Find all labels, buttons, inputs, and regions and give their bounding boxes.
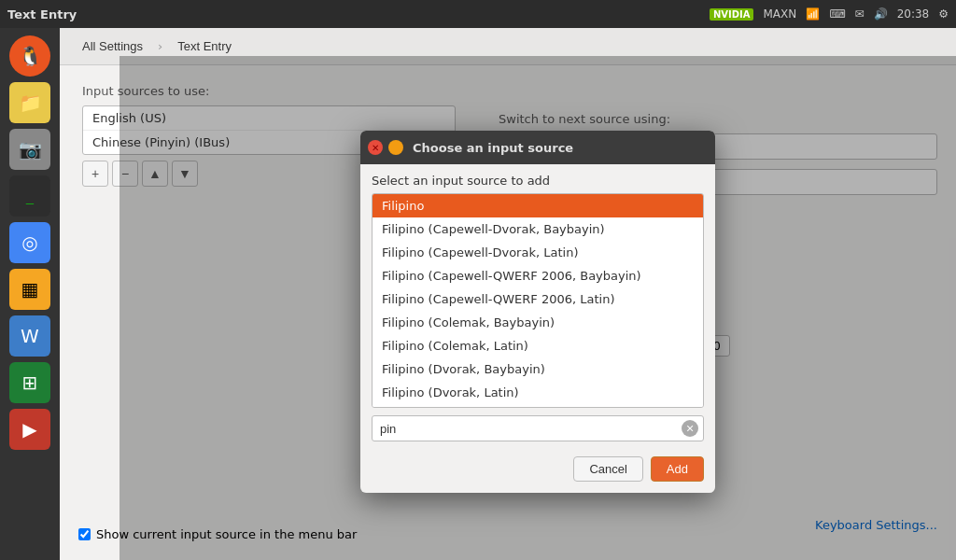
- add-source-btn[interactable]: +: [82, 161, 108, 187]
- cancel-button[interactable]: Cancel: [573, 456, 642, 482]
- list-item-1[interactable]: Filipino (Capewell-Dvorak, Baybayin): [373, 217, 703, 241]
- choose-input-dialog: ✕ Choose an input source Select an input…: [360, 131, 715, 493]
- dialog-close-btn[interactable]: ✕: [368, 140, 383, 155]
- wifi-icon: 📶: [806, 7, 820, 21]
- show-source-checkbox[interactable]: [78, 528, 91, 540]
- all-settings-btn[interactable]: All Settings: [71, 35, 154, 57]
- clock: 20:38: [897, 7, 930, 21]
- sidebar-item-app1[interactable]: ▦: [9, 269, 50, 310]
- sidebar-item-chromium[interactable]: ◎: [9, 222, 50, 263]
- sidebar-item-files[interactable]: 📁: [9, 82, 50, 123]
- nvidia-icon: NVIDIA: [710, 8, 754, 21]
- sidebar-item-calc[interactable]: ⊞: [9, 362, 50, 403]
- volume-icon: 🔊: [874, 7, 888, 21]
- window-title: Text Entry: [7, 7, 702, 21]
- nav-separator: ›: [158, 39, 162, 53]
- list-item-2[interactable]: Filipino (Capewell-Dvorak, Latin): [373, 241, 703, 264]
- sidebar-item-screenshot[interactable]: 📷: [9, 129, 50, 170]
- search-input[interactable]: [372, 415, 704, 441]
- list-item-3[interactable]: Filipino (Capewell-QWERF 2006, Baybayin): [373, 264, 703, 287]
- search-clear-btn[interactable]: ✕: [682, 420, 698, 437]
- keyboard-layout-icon: ⌨: [829, 7, 845, 21]
- list-item-0[interactable]: Filipino: [373, 194, 703, 217]
- modal-overlay: ✕ Choose an input source Select an input…: [120, 56, 956, 560]
- dialog-titlebar: ✕ Choose an input source: [360, 131, 715, 164]
- title-bar: Text Entry NVIDIA MAXN 📶 ⌨ ✉ 🔊 20:38 ⚙: [0, 0, 956, 28]
- sidebar-item-terminal[interactable]: _: [9, 175, 50, 217]
- search-wrapper: ✕: [372, 415, 704, 441]
- text-entry-btn[interactable]: Text Entry: [166, 35, 243, 57]
- sidebar-item-writer[interactable]: W: [9, 315, 50, 357]
- main-content: All Settings › Text Entry Input sources …: [60, 28, 956, 560]
- list-item-8[interactable]: Filipino (Dvorak, Latin): [373, 381, 703, 404]
- list-item-7[interactable]: Filipino (Dvorak, Baybayin): [373, 357, 703, 381]
- username-label: MAXN: [763, 7, 796, 21]
- list-item-4[interactable]: Filipino (Capewell-QWERF 2006, Latin): [373, 287, 703, 311]
- add-button[interactable]: Add: [651, 456, 704, 482]
- dialog-subtitle: Select an input source to add: [360, 164, 715, 193]
- system-tray: NVIDIA MAXN 📶 ⌨ ✉ 🔊 20:38 ⚙: [710, 7, 949, 21]
- dialog-search-row: ✕: [360, 408, 715, 449]
- dialog-min-btn[interactable]: [388, 140, 403, 155]
- sidebar-item-ubuntu[interactable]: 🐧: [9, 35, 50, 77]
- list-item-5[interactable]: Filipino (Colemak, Baybayin): [373, 311, 703, 334]
- dialog-list[interactable]: Filipino Filipino (Capewell-Dvorak, Bayb…: [372, 193, 704, 408]
- settings-icon[interactable]: ⚙: [938, 7, 949, 21]
- list-item-6[interactable]: Filipino (Colemak, Latin): [373, 334, 703, 357]
- sidebar-item-impress[interactable]: ▶: [9, 409, 50, 450]
- dialog-buttons: Cancel Add: [360, 449, 715, 493]
- sidebar: 🐧 📁 📷 _ ◎ ▦ W ⊞ ▶: [0, 28, 60, 560]
- email-icon: ✉: [855, 7, 865, 21]
- dialog-title: Choose an input source: [413, 141, 573, 155]
